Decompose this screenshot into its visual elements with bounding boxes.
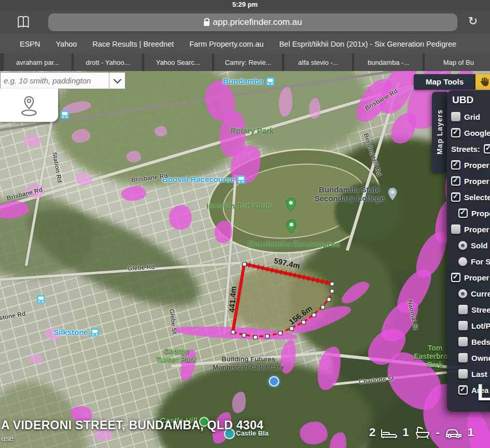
bookmark-item[interactable]: ESPN [20,40,40,48]
college-map-pin[interactable] [387,187,398,201]
tab-bundamba[interactable]: bundamba -... [354,53,423,71]
url-text: app.pricefinder.com.au [213,17,302,27]
layer-row-sold[interactable]: Sold D [458,240,490,251]
search-dropdown[interactable] [109,73,125,89]
train-icon [61,110,69,119]
green-map-pin[interactable] [285,198,297,212]
safari-window: 5:29 pm app.pricefinder.com.au ↻ ESPN Ya… [0,0,490,448]
layer-row-property-1[interactable]: Proper [451,159,490,171]
layer-row-grid[interactable]: Grid [451,111,490,122]
address-search [0,72,125,89]
train-icon [266,77,274,86]
lock-icon [204,21,209,26]
tab-bar: avraham par... drott - Yahoo... Yahoo Se… [0,53,490,71]
radio-unselected[interactable] [458,257,467,266]
layer-row-prope[interactable]: Prope [458,207,490,219]
locate-tool-card[interactable] [0,89,58,122]
bath-icon [414,426,431,439]
station-label-racecourse: Booval Racecourse [162,175,245,184]
layer-row-forsale[interactable]: For Sa [458,256,490,267]
tab-yahoo-search[interactable]: Yahoo Searc... [144,53,213,71]
checkbox-checked[interactable] [451,128,460,137]
checkbox-checked[interactable] [451,192,460,202]
property-type-partial: use [1,434,13,443]
label-childcare: Building Futures Montessori Child Care [200,355,297,371]
checkbox-unchecked[interactable] [458,353,468,362]
url-field[interactable]: app.pricefinder.com.au [48,13,457,31]
favorites-bar: ESPN Yahoo Race Results | Breednet Farm … [0,34,490,53]
train-icon [91,328,99,337]
layer-row-lotplan[interactable]: Lot/Pl [458,320,490,331]
checkbox-checked[interactable] [458,208,468,218]
satellite-map[interactable]: 597.4m 441.4m 156.6m Bundamba Booval Boo… [0,71,490,448]
checkbox-unchecked[interactable] [458,305,468,314]
checkbox-unchecked[interactable] [458,369,468,379]
map-pin-tool-icon [17,93,41,118]
layer-row-selected[interactable]: Selecte [451,191,490,203]
green-map-pin[interactable] [286,219,297,234]
layer-row-property-2[interactable]: Proper [451,175,490,187]
panel-partial-letter: L [477,380,490,405]
map-layers-tab[interactable]: Map Layers [432,92,447,173]
address-bar-row: app.pricefinder.com.au ↻ [0,10,490,34]
checkbox-checked[interactable] [451,160,460,170]
checkbox-unchecked[interactable] [451,112,460,121]
baths-count: 1 [402,426,409,439]
property-address: A VIDERONI STREET, BUNDAMBA, QLD 4304 [1,418,263,432]
checkbox-checked[interactable] [451,273,460,282]
location-dot [269,376,279,387]
checkbox-checked[interactable] [484,144,490,153]
cars-count: - [436,426,440,439]
layer-row-property-4[interactable]: Proper [451,272,490,283]
label-turf-club: Ipswich Turf Club [206,201,271,210]
car-icon [444,426,463,439]
label-bundamba-racecourse: Bundamba Racecourse [248,240,340,249]
layer-row-streets[interactable]: Streets: [451,143,490,155]
layer-row-current[interactable]: Curren [458,288,490,299]
bed-icon [380,426,398,439]
station-label-silkstone: Silkstone [53,328,99,337]
layer-row-google[interactable]: Google [451,127,490,138]
park-label-rotary: Rotary Park [230,126,274,135]
bookmark-item[interactable]: Race Results | Breednet [92,40,174,48]
beds-count: 2 [369,426,375,439]
map-layers-panel: UBD Grid Google Streets: Proper Proper S… [447,90,490,412]
tab-avraham[interactable]: avraham par... [3,53,72,71]
tab-drott[interactable]: drott - Yahoo... [73,53,142,71]
radio-selected[interactable] [458,241,467,250]
map-tools-button[interactable]: Map Tools [414,74,475,90]
bookmark-item[interactable]: Bel Esprit/tikhii Don (201x) - Six Gener… [279,40,456,48]
radio-selected[interactable] [458,289,467,298]
layer-row-lastsale[interactable]: Last S [458,368,490,380]
train-icon [37,295,45,303]
label-college: Bundamba State Secondary College [310,185,389,203]
checkbox-unchecked[interactable] [458,337,468,346]
bookmarks-icon[interactable] [16,15,31,30]
tab-alfa[interactable]: alfa stevio -... [284,53,353,71]
pan-tool-button[interactable] [475,74,490,90]
checkbox-unchecked[interactable] [458,321,468,330]
tab-map[interactable]: Map of Bu [424,53,490,71]
layer-row-owner[interactable]: Owner [458,352,490,363]
boundary-curve-edge [233,284,332,337]
checkbox-unchecked[interactable] [451,225,460,234]
checkbox-checked[interactable] [458,385,468,395]
measurement-left: 441.4m [227,286,238,313]
tab-camry[interactable]: Camry: Revie... [214,53,283,71]
bookmark-item[interactable]: Farm Property.com.au [189,40,263,48]
layer-row-street[interactable]: Street [458,304,490,315]
bookmark-item[interactable]: Yahoo [56,40,77,48]
reload-icon[interactable]: ↻ [465,13,481,29]
station-label-bundamba: Bundamba [223,77,274,86]
property-stats: 2 1 - 1 [369,426,474,439]
clock: 5:29 pm [232,1,258,8]
layer-row-property-3[interactable]: Proper [451,223,490,235]
chevron-down-icon [113,76,121,84]
panel-heading: UBD [452,94,490,106]
park-label-george-turner: George Turner Park [155,347,198,363]
search-input[interactable] [1,76,109,86]
layer-row-beds[interactable]: Beds/ [458,336,490,347]
checkbox-checked[interactable] [451,176,460,186]
trailing-number: 1 [468,426,474,439]
train-icon [237,175,245,184]
